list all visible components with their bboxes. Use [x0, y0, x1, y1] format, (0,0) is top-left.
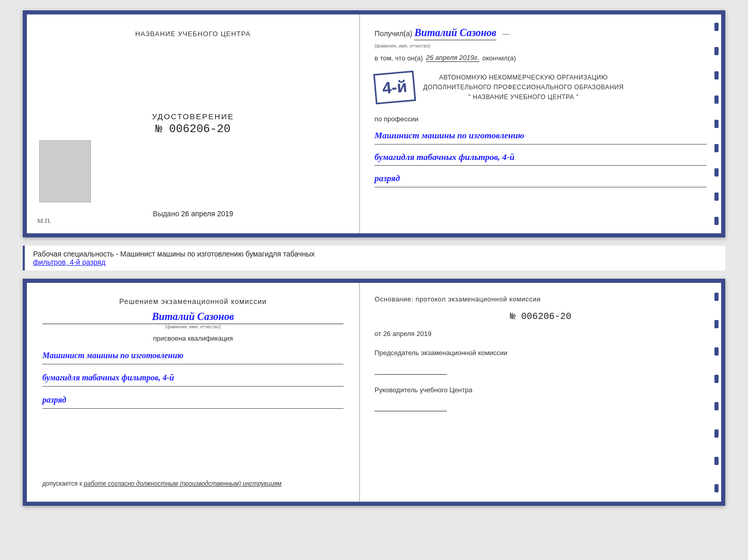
deco-line-b8 — [714, 484, 719, 492]
rukovoditel-title: Руководитель учебного Центра — [375, 385, 707, 395]
cert-bottom-right-panel: Основание: протокол экзаменационной коми… — [360, 283, 721, 502]
predsedatel-block: Председатель экзаменационной комиссии — [375, 348, 707, 375]
po-professii-label: по профессии — [375, 115, 707, 123]
mp-label: М.П. — [37, 217, 51, 225]
osnovanie-text: Основание: протокол экзаменационной коми… — [375, 295, 707, 303]
stamp-block: 4-й — [373, 71, 416, 105]
rukovoditel-block: Руководитель учебного Центра — [375, 385, 707, 412]
cert-bottom-left-panel: Решением экзаменационной комиссии Витали… — [27, 283, 360, 502]
deco-line-7 — [714, 168, 719, 177]
qual-line1-bottom: Машинист машины по изготовлению — [42, 347, 344, 364]
fio-label-bottom: (фамилия, имя, отчество) — [42, 324, 344, 329]
dopusk-text: работе согласно должностным (производств… — [84, 480, 282, 487]
okonchil-label: окончил(а) — [482, 54, 516, 62]
vydano-label: Выдано — [153, 210, 179, 218]
profession-line3-top: разряд — [375, 171, 707, 187]
org-block: АВТОНОМНУЮ НЕКОММЕРЧЕСКУЮ ОРГАНИЗАЦИЮ ДО… — [423, 73, 624, 103]
subtitle-bar: Рабочая специальность - Машинист машины … — [23, 246, 725, 270]
deco-line-b6 — [714, 429, 719, 438]
certificate-bottom: Решением экзаменационной комиссии Витали… — [23, 279, 725, 506]
deco-line-4 — [714, 95, 719, 104]
poluchil-line: Получил(а) Виталий Сазонов — (фамилия, и… — [375, 27, 707, 49]
deco-line-b4 — [714, 375, 719, 383]
deco-line-9 — [714, 217, 719, 225]
qual-line3-bottom: разряд — [42, 392, 344, 409]
person-name-top: Виталий Сазонов — [414, 27, 496, 40]
predsedatel-title: Председатель экзаменационной комиссии — [375, 348, 707, 358]
cert-top-left-panel: НАЗВАНИЕ УЧЕБНОГО ЦЕНТРА УДОСТОВЕРЕНИЕ №… — [27, 14, 360, 233]
right-deco-bottom — [712, 283, 721, 502]
prisvоena-text: присвоена квалификация — [42, 334, 344, 342]
deco-line-8 — [714, 193, 719, 201]
deco-line-b2 — [714, 320, 719, 328]
profession-line2-top: бумагидля табачных фильтров, 4-й — [375, 150, 707, 166]
qual-line2-bottom: бумагидля табачных фильтров, 4-й — [42, 370, 344, 387]
predsedatel-signature-line — [375, 362, 447, 375]
protocol-number-bottom: № 006206-20 — [375, 311, 707, 322]
deco-line-1 — [714, 23, 719, 31]
vtom-line: в том, что он(а) 26 апреля 2019г. окончи… — [375, 54, 707, 62]
dopuskaetsya-block: допускается к работе согласно должностны… — [42, 480, 344, 487]
vydano-date: 26 апреля 2019 — [181, 210, 233, 218]
deco-line-5 — [714, 120, 719, 128]
ot-label: от — [375, 330, 381, 338]
photo-placeholder — [39, 140, 91, 202]
certificate-top: НАЗВАНИЕ УЧЕБНОГО ЦЕНТРА УДОСТОВЕРЕНИЕ №… — [23, 10, 725, 237]
udostoverenie-number: № 006206-20 — [152, 123, 234, 136]
org-name-top-label: НАЗВАНИЕ УЧЕБНОГО ЦЕНТРА — [135, 30, 251, 38]
stamp-number: 4-й — [382, 77, 408, 98]
deco-line-2 — [714, 47, 719, 55]
rukovoditel-signature-line — [375, 399, 447, 411]
subtitle-text-underline: фильтров, 4-й разряд — [33, 258, 105, 266]
ot-date-value: 26 апреля 2019 — [383, 330, 432, 338]
vtom-date: 26 апреля 2019г. — [426, 54, 479, 62]
decision-text: Решением экзаменационной комиссии — [42, 297, 344, 306]
cert-top-right-panel: Получил(а) Виталий Сазонов — (фамилия, и… — [360, 14, 721, 233]
profession-line1-top: Машинист машины по изготовлению — [375, 128, 707, 145]
subtitle-text-prefix: Рабочая специальность - Машинист машины … — [33, 250, 315, 258]
deco-line-b3 — [714, 347, 719, 356]
deco-line-b1 — [714, 293, 719, 301]
vydano-block: Выдано 26 апреля 2019 — [153, 210, 233, 218]
deco-line-3 — [714, 71, 719, 79]
ot-date-bottom: от 26 апреля 2019 — [375, 330, 707, 338]
deco-line-6 — [714, 144, 719, 152]
fio-label-top: (фамилия, имя, отчество) — [375, 43, 707, 49]
udostoverenie-block: УДОСТОВЕРЕНИЕ № 006206-20 — [152, 112, 234, 136]
udostoverenie-title: УДОСТОВЕРЕНИЕ — [152, 112, 234, 121]
deco-line-b5 — [714, 402, 719, 410]
poluchil-label: Получил(а) — [375, 29, 412, 38]
dopusk-prefix: допускается к — [42, 480, 82, 487]
deco-line-b7 — [714, 457, 719, 465]
person-name-bottom: Виталий Сазонов — [42, 311, 344, 324]
vtom-label: в том, что он(а) — [375, 54, 423, 62]
right-deco-top — [712, 14, 721, 233]
